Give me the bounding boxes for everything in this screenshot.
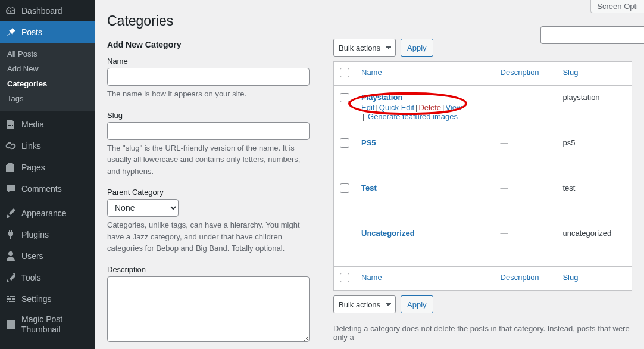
name-label: Name (107, 57, 310, 66)
sidebar-submenu-posts: All Posts Add New Categories Tags (0, 43, 95, 111)
image-icon (5, 319, 17, 331)
sidebar-sub-all-posts[interactable]: All Posts (0, 46, 95, 61)
table-row: Test—test (334, 176, 632, 222)
row-title-link[interactable]: Playstation (361, 93, 402, 102)
sidebar-label: Media (21, 120, 44, 129)
sidebar-label: Pages (21, 163, 45, 172)
sidebar-label: Appearance (21, 208, 67, 218)
form-heading: Add New Category (107, 40, 310, 49)
row-slug: ps5 (557, 131, 632, 176)
sidebar-item-links[interactable]: Links (0, 135, 95, 157)
row-description: — (501, 93, 508, 102)
sidebar-label: Dashboard (21, 6, 62, 15)
col-slug[interactable]: Slug (557, 267, 632, 291)
row-action-delete[interactable]: Delete (418, 103, 441, 112)
bulk-actions-select-bottom[interactable]: Bulk actions (333, 295, 396, 313)
sidebar-sub-categories[interactable]: Categories (0, 76, 95, 91)
bulk-actions-select-top[interactable]: Bulk actions (333, 39, 396, 57)
row-description: — (501, 183, 508, 192)
table-row: PS5—ps5 (334, 131, 632, 176)
description-label: Description (107, 265, 310, 274)
row-checkbox[interactable] (340, 93, 349, 102)
sidebar-sub-tags[interactable]: Tags (0, 91, 95, 106)
slug-label: Slug (107, 111, 310, 120)
row-description: — (501, 229, 508, 238)
row-checkbox[interactable] (340, 138, 349, 148)
description-textarea[interactable] (107, 276, 310, 342)
row-title-link[interactable]: Uncategorized (361, 229, 415, 238)
add-category-form: Add New Category Name The name is how it… (107, 40, 310, 349)
apply-button-top[interactable]: Apply (401, 39, 433, 57)
sidebar-label: Links (21, 141, 41, 151)
row-slug: test (557, 176, 632, 222)
name-input[interactable] (107, 68, 310, 86)
sidebar-item-plugins[interactable]: Plugins (0, 224, 95, 245)
sidebar-item-users[interactable]: Users (0, 245, 95, 267)
col-slug[interactable]: Slug (557, 62, 632, 86)
plug-icon (5, 229, 17, 241)
sidebar-item-posts[interactable]: Posts (0, 21, 95, 43)
main-content: Screen Opti Categories Add New Category … (95, 0, 644, 349)
sidebar-item-appearance[interactable]: Appearance (0, 202, 95, 224)
sidebar-item-pages[interactable]: Pages (0, 157, 95, 178)
row-action-view[interactable]: View (445, 103, 462, 112)
media-icon (5, 119, 17, 130)
wrench-icon (5, 272, 17, 283)
brush-icon (5, 207, 17, 219)
categories-table-area: Bulk actions Apply Name Description Slug… (333, 39, 632, 349)
select-all-bottom[interactable] (340, 273, 349, 282)
sidebar-item-tools[interactable]: Tools (0, 267, 95, 288)
col-name[interactable]: Name (355, 267, 495, 291)
sidebar-item-comments[interactable]: Comments (0, 178, 95, 200)
row-slug: uncategorized (557, 222, 632, 267)
screen-options-tab[interactable]: Screen Opti (590, 0, 644, 13)
row-action-quick-edit[interactable]: Quick Edit (379, 103, 414, 112)
slug-desc: The "slug" is the URL-friendly version o… (107, 142, 310, 177)
apply-button-bottom[interactable]: Apply (401, 295, 433, 313)
row-action-edit[interactable]: Edit (361, 103, 374, 112)
categories-table: Name Description Slug PlaystationEdit|Qu… (333, 61, 632, 291)
sidebar-item-settings[interactable]: Settings (0, 288, 95, 310)
row-slug: playstation (557, 86, 632, 131)
sidebar-item-magic-post-thumbnail[interactable]: Magic Post Thumbnail (0, 310, 95, 339)
user-icon (5, 250, 17, 262)
sidebar-label: Magic Post Thumbnail (21, 314, 90, 335)
parent-label: Parent Category (107, 188, 310, 197)
slug-input[interactable] (107, 122, 310, 140)
link-icon (5, 140, 17, 152)
parent-select[interactable]: None (107, 199, 179, 217)
row-action-generate-featured-images[interactable]: Generate featured images (368, 112, 458, 121)
admin-sidebar: Dashboard Posts All Posts Add New Catego… (0, 0, 95, 349)
sidebar-label: Tools (21, 273, 41, 282)
sidebar-label: Plugins (21, 230, 49, 239)
bottom-note: Deleting a category does not delete the … (333, 324, 632, 342)
table-row: Uncategorized—uncategorized (334, 222, 632, 267)
sliders-icon (5, 293, 17, 305)
col-description[interactable]: Description (495, 267, 557, 291)
sidebar-item-media[interactable]: Media (0, 114, 95, 135)
row-title-link[interactable]: Test (361, 183, 377, 192)
col-description[interactable]: Description (495, 62, 557, 86)
tablenav-bottom: Bulk actions Apply (333, 295, 632, 313)
dashboard-icon (5, 5, 17, 17)
row-title-link[interactable]: PS5 (361, 138, 376, 147)
row-actions: Edit|Quick Edit|Delete|View| Generate fe… (361, 103, 489, 121)
page-icon (5, 161, 17, 173)
row-description: — (501, 138, 508, 147)
parent-desc: Categories, unlike tags, can have a hier… (107, 219, 310, 254)
select-all-top[interactable] (340, 68, 349, 77)
sidebar-label: Settings (21, 294, 52, 304)
sidebar-label: Posts (21, 27, 42, 37)
sidebar-sub-add-new[interactable]: Add New (0, 61, 95, 76)
sidebar-label: Users (21, 251, 43, 261)
comment-icon (5, 183, 17, 195)
pin-icon (5, 26, 17, 38)
sidebar-item-dashboard[interactable]: Dashboard (0, 0, 95, 21)
row-checkbox[interactable] (340, 183, 349, 193)
sidebar-label: Comments (21, 184, 62, 194)
tablenav-top: Bulk actions Apply (333, 39, 632, 57)
table-row: PlaystationEdit|Quick Edit|Delete|View| … (334, 86, 632, 131)
col-name[interactable]: Name (355, 62, 495, 86)
name-desc: The name is how it appears on your site. (107, 88, 310, 100)
